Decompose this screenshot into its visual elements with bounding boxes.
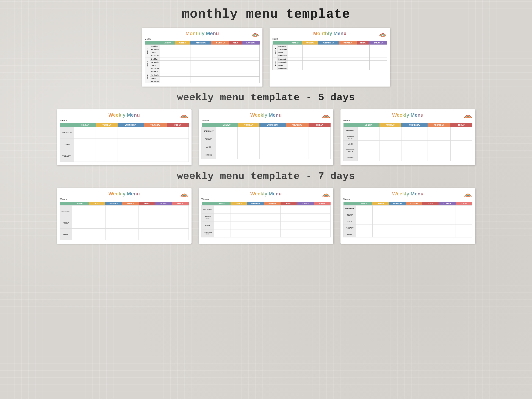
svg-rect-6 <box>324 196 328 197</box>
weekly7-section: Weekly Menu Week of: <box>0 185 532 245</box>
rainbow-icon-w7-2 <box>322 190 330 197</box>
weekly5-card-2-title: Weekly Menu <box>250 112 282 118</box>
weekly5-table-3: MONDAY TUESDAY WEDNESDAY THURSDAY FRIDAY… <box>343 123 472 161</box>
weekly5-card-2: Weekly Menu Week of: <box>199 109 333 165</box>
week-of-w7-2: Week of: <box>202 198 330 201</box>
weekly5-section: Weekly Menu Week of: <box>0 107 532 167</box>
weekly7-card-2-title: Weekly Menu <box>250 191 282 197</box>
svg-rect-5 <box>183 196 186 197</box>
svg-rect-2 <box>183 117 186 118</box>
weekly5-table-2: MONDAY TUESDAY WEDNESDAY THURSDAY FRIDAY… <box>202 123 330 159</box>
weekly7-card-2: Weekly Menu Week of: <box>199 188 333 244</box>
weekly5-card-3-title: Weekly Menu <box>392 112 424 118</box>
monthly-section: Monthly Menu Month: <box>0 25 532 88</box>
weekly7-title: weekly menu template - 7 days <box>0 167 532 185</box>
monthly-table-2: MONDAY TUESDAY WEDNESDAY THURSDAY FRIDAY… <box>272 41 387 70</box>
rainbow-icon-w5-1 <box>180 112 189 119</box>
week-of-w7-1: Week of: <box>60 198 189 201</box>
monthly-card-2: Monthly Menu Month : <box>270 28 390 87</box>
rainbow-icon-w7-1 <box>180 190 189 197</box>
rainbow-icon-w5-3 <box>463 112 472 119</box>
week-of-w5-1: Week of: <box>60 119 189 122</box>
weekly7-card-1: Weekly Menu Week of: <box>57 188 191 244</box>
rainbow-icon-m2 <box>378 30 387 37</box>
weekly7-card-3-title: Weekly Menu <box>392 191 424 197</box>
weekly7-table-3: MONDAY TUESDAY WEDNESDAY THURSDAY FRIDAY… <box>343 202 472 237</box>
rainbow-icon-m1 <box>251 30 260 37</box>
svg-rect-3 <box>324 117 328 118</box>
rainbow-icon-w7-3 <box>463 190 472 197</box>
svg-rect-0 <box>253 36 257 37</box>
monthly-card-1: Monthly Menu Month: <box>142 28 262 87</box>
monthly-card-1-title: Monthly Menu <box>185 31 219 36</box>
month-label-1: Month: <box>145 38 260 40</box>
rainbow-icon-w5-2 <box>322 112 330 119</box>
svg-rect-7 <box>466 196 470 197</box>
weekly5-card-1: Weekly Menu Week of: <box>57 109 191 165</box>
monthly-table-1: MONDAY TUESDAY WEDNESDAY THURSDAY FRIDAY… <box>145 41 260 83</box>
weekly5-table-1: MONDAY TUESDAY WEDNESDAY THURSDAY FRIDAY… <box>60 123 189 162</box>
week-of-w5-3: Week of: <box>343 119 472 122</box>
svg-rect-4 <box>466 117 470 118</box>
weekly5-title: weekly menu template - 5 days <box>0 88 532 107</box>
weekly7-table-1: MONDAY TUESDAY WEDNESDAY THURSDAY FRIDAY… <box>60 202 189 240</box>
weekly5-card-1-title: Weekly Menu <box>108 112 140 118</box>
monthly-card-2-title: Monthly Menu <box>313 31 347 36</box>
page-title: monthly menu template <box>0 0 532 25</box>
week-of-w5-2: Week of: <box>202 119 330 122</box>
weekly7-table-2: MONDAY TUESDAY WEDNESDAY THURSDAY FRIDAY… <box>202 202 330 237</box>
week-of-w7-3: Week of: <box>343 198 472 201</box>
weekly5-card-3: Weekly Menu Week of: <box>341 109 475 165</box>
month-label-2: Month : <box>272 38 387 40</box>
svg-rect-1 <box>381 36 385 37</box>
weekly7-card-3: Weekly Menu Week of: <box>341 188 475 244</box>
weekly7-card-1-title: Weekly Menu <box>108 191 140 197</box>
